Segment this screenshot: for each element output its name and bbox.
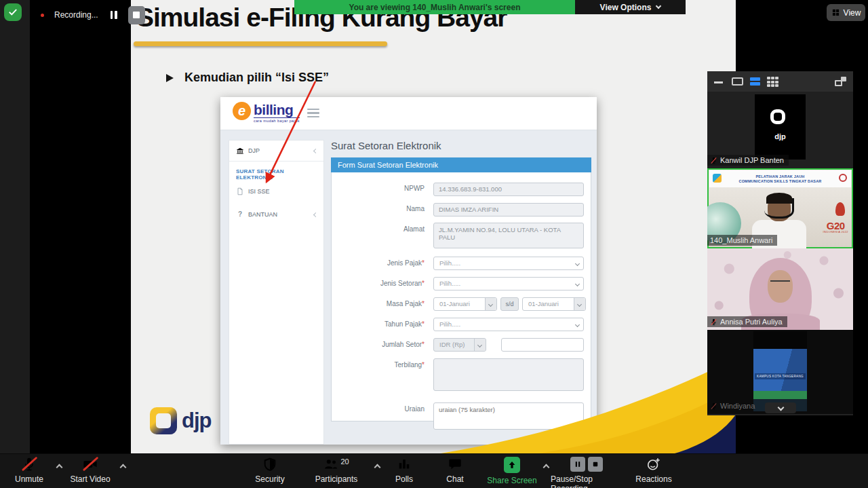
camera-off-icon — [83, 457, 98, 472]
stop-recording-button[interactable] — [128, 6, 145, 24]
pause-recording-icon[interactable] — [111, 11, 117, 19]
ebilling-sidebar: DJP SURAT SETORAN ELEKTRONIK ISI SSE ? B… — [229, 140, 324, 445]
djp-logo: djp — [150, 407, 212, 434]
djp-logo-icon — [150, 407, 177, 434]
polls-button[interactable]: Polls — [384, 457, 425, 487]
nama-label: Nama — [332, 202, 433, 212]
terbilang-field[interactable] — [433, 358, 584, 391]
ebilling-e-icon: e — [233, 102, 251, 120]
unmute-button[interactable]: Unmute — [5, 457, 53, 487]
panel-header — [707, 71, 853, 92]
form-panel: NPWP Nama Alamat JL.M.YAMIN NO.94, LOLU … — [331, 172, 591, 421]
sidebar-isi-sse-label: ISI SSE — [248, 188, 270, 195]
ebilling-body: DJP SURAT SETORAN ELEKTRONIK ISI SSE ? B… — [220, 130, 597, 445]
reactions-button[interactable]: Reactions — [628, 457, 679, 487]
tahun-pajak-select[interactable]: Pilih..... — [433, 318, 584, 331]
participant-video: KAMPUS KOTA TANGERANG — [753, 331, 807, 411]
pause-stop-recording-button[interactable]: Pause/Stop Recording — [551, 457, 623, 487]
minimize-icon[interactable] — [714, 81, 723, 83]
form-row-jenis-setoran: Jenis Setoran* Pilih..... — [332, 277, 584, 290]
ebilling-tagline: cara mudah bayar pajak — [254, 117, 300, 123]
npwp-label: NPWP — [332, 182, 433, 192]
grid-view-icon — [831, 8, 840, 17]
view-options-button[interactable]: View Options — [575, 0, 686, 14]
ebilling-logo: e billing cara mudah bayar pajak — [233, 102, 300, 123]
chevron-left-icon — [313, 148, 318, 153]
scroll-more-participants-button[interactable] — [765, 402, 796, 413]
sidebar-item-isi-sse[interactable]: ISI SSE — [229, 186, 323, 202]
currency-select[interactable]: IDR (Rp) — [433, 338, 486, 352]
participant-video: djp — [755, 94, 806, 159]
form-row-alamat: Alamat JL.M.YAMIN NO.94, LOLU UTARA - KO… — [332, 223, 584, 251]
stop-recording-icon[interactable] — [588, 457, 603, 472]
bullet-text: Kemudian pilih “Isi SSE” — [184, 71, 329, 85]
masa-pajak-to-select[interactable]: 01-Januari — [522, 297, 586, 311]
nama-field[interactable] — [433, 203, 584, 217]
recording-indicator: Recording... — [30, 0, 145, 30]
participants-icon — [323, 457, 338, 472]
djp-ring-icon — [770, 109, 785, 124]
popout-icon[interactable] — [835, 77, 846, 86]
video-options-chevron[interactable] — [120, 464, 127, 471]
form-row-uraian: Uraian — [332, 402, 584, 432]
form-row-nama: Nama — [332, 202, 584, 217]
masa-pajak-separator: s/d — [500, 297, 519, 311]
security-shield-badge — [4, 3, 22, 21]
pause-recording-icon[interactable] — [570, 457, 585, 472]
chat-button[interactable]: Chat — [435, 457, 475, 487]
jumlah-setor-field[interactable] — [501, 338, 584, 352]
uraian-field[interactable] — [433, 402, 584, 430]
form-row-jumlah-setor: Jumlah Setor* IDR (Rp) — [332, 338, 584, 352]
chat-icon — [448, 457, 462, 472]
speaker-view-icon[interactable] — [732, 77, 743, 86]
audio-options-chevron[interactable] — [56, 464, 63, 471]
video-thumbnails-panel: djp Kanwil DJP Banten PELATIHAN JARAK JA… — [707, 71, 853, 415]
share-options-chevron[interactable] — [543, 464, 550, 471]
jenis-setoran-select[interactable]: Pilih..... — [433, 277, 584, 290]
slide-bullet: Kemudian pilih “Isi SSE” — [166, 71, 329, 85]
jenis-pajak-select[interactable]: Pilih..... — [433, 257, 584, 270]
strip-view-icon[interactable] — [750, 77, 760, 86]
security-button[interactable]: Security — [244, 457, 296, 487]
view-button[interactable]: View — [827, 4, 865, 21]
mic-off-icon — [710, 157, 717, 164]
participants-button[interactable]: 20 Participants — [304, 457, 369, 487]
gallery-view-icon[interactable] — [767, 77, 778, 87]
share-screen-button[interactable]: Share Screen — [483, 457, 541, 487]
jumlah-setor-label: Jumlah Setor* — [332, 338, 433, 348]
ebilling-header: e billing cara mudah bayar pajak — [220, 97, 597, 130]
sidebar-item-surat-setoran[interactable]: SURAT SETORAN ELEKTRONIK — [229, 162, 323, 186]
start-video-button[interactable]: Start Video — [64, 457, 117, 487]
client-edge — [0, 0, 30, 453]
npwp-field[interactable] — [433, 183, 584, 196]
participant-tile-muslih[interactable]: PELATIHAN JARAK JAUH COMMUNICATION SKILL… — [707, 168, 853, 248]
form-row-masa-pajak: Masa Pajak* 01-Januari s/d 01-Januari — [332, 297, 584, 311]
sidebar-item-djp[interactable]: DJP — [229, 140, 323, 161]
headset-graphic — [764, 198, 794, 219]
reactions-smiley-icon — [646, 457, 661, 472]
mic-off-icon — [710, 402, 717, 410]
participant-name-bar: Windiyana — [707, 400, 760, 411]
shared-screen-slide: Simulasi e-Filing Kurang Bayar Kemudian … — [131, 0, 736, 453]
participant-tile-annisa[interactable]: Annisa Putri Auliya — [707, 248, 853, 330]
ebilling-screenshot-card: e billing cara mudah bayar pajak DJP — [220, 97, 597, 445]
masa-pajak-label: Masa Pajak* — [332, 297, 433, 307]
participant-tile-kanwil[interactable]: djp Kanwil DJP Banten — [707, 92, 853, 168]
participants-options-chevron[interactable] — [374, 464, 381, 471]
round-logo-icon — [839, 174, 847, 182]
ebilling-brand-name: billing — [254, 102, 300, 117]
g20-wayang-icon — [835, 202, 845, 216]
sidebar-item-bantuan[interactable]: ? BANTUAN — [229, 204, 323, 225]
person-face — [768, 270, 793, 303]
bank-icon — [236, 147, 244, 155]
jenis-pajak-label: Jenis Pajak* — [332, 257, 433, 267]
alamat-field[interactable]: JL.M.YAMIN NO.94, LOLU UTARA - KOTA PALU — [433, 223, 584, 248]
ebilling-main: Surat Setoran Elektronik Form Surat Seto… — [331, 140, 591, 445]
virtual-background-banner: PELATIHAN JARAK JAUH COMMUNICATION SKILL… — [709, 170, 851, 187]
hamburger-menu-icon[interactable] — [307, 109, 319, 117]
participant-tile-windiyana[interactable]: KAMPUS KOTA TANGERANG Windiyana — [707, 330, 853, 414]
zoom-meeting-window: Simulasi e-Filing Kurang Bayar Kemudian … — [0, 0, 868, 488]
g20-logo: G20 INDONESIA 2022 — [823, 221, 848, 233]
masa-pajak-from-select[interactable]: 01-Januari — [433, 297, 497, 311]
title-underline — [134, 41, 387, 46]
